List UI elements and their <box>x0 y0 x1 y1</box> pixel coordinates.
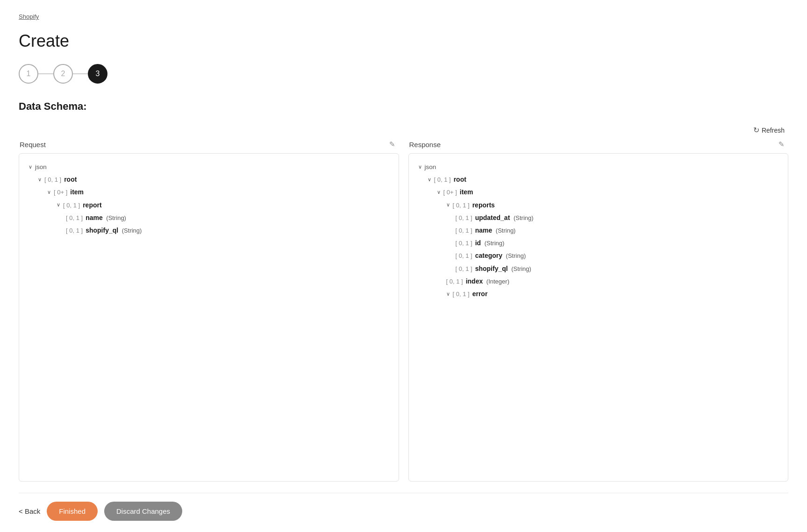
list-item: [ 0, 1 ] updated_at (String) <box>418 212 779 224</box>
tree-badge: [ 0+ ] <box>443 187 457 198</box>
response-panel-header: Response ✎ <box>408 139 789 149</box>
response-edit-icon: ✎ <box>778 140 785 148</box>
tree-badge: [ 0, 1 ] <box>66 225 83 236</box>
tree-type: (String) <box>105 213 126 223</box>
chevron-icon: ∨ <box>446 290 450 299</box>
list-item: ∨ [ 0+ ] item <box>418 186 779 199</box>
finished-label: Finished <box>59 507 86 515</box>
response-panel-label: Response <box>409 141 441 149</box>
step-connector-2 <box>73 73 88 74</box>
tree-name: reports <box>472 199 495 211</box>
step-1[interactable]: 1 <box>19 64 38 84</box>
list-item: ∨ [ 0, 1 ] reports <box>418 199 779 212</box>
request-tree: ∨ json ∨ [ 0, 1 ] root ∨ [ 0+ ] item <box>29 161 389 237</box>
tree-type: (String) <box>510 263 531 274</box>
request-panel-content: ∨ json ∨ [ 0, 1 ] root ∨ [ 0+ ] item <box>19 153 399 482</box>
stepper: 1 2 3 <box>19 64 788 84</box>
chevron-icon: ∨ <box>418 163 422 172</box>
back-button[interactable]: < Back <box>19 505 40 517</box>
tree-badge: [ 0, 1 ] <box>453 200 470 211</box>
chevron-icon: ∨ <box>437 188 441 197</box>
step-3[interactable]: 3 <box>88 64 107 84</box>
tree-badge: [ 0+ ] <box>54 187 67 198</box>
tree-badge: [ 0, 1 ] <box>63 200 80 211</box>
request-edit-icon: ✎ <box>389 140 395 148</box>
list-item: ∨ [ 0, 1 ] root <box>418 173 779 186</box>
list-item: [ 0, 1 ] shopify_ql (String) <box>29 224 389 237</box>
refresh-button[interactable]: ↻ Refresh <box>750 124 788 136</box>
chevron-icon: ∨ <box>38 175 42 184</box>
bottom-bar: < Back Finished Discard Changes <box>19 493 788 532</box>
request-panel-label: Request <box>20 141 46 149</box>
request-panel: Request ✎ ∨ json ∨ [ 0, 1 ] root <box>19 139 399 482</box>
step-connector-1 <box>38 73 53 74</box>
list-item: [ 0, 1 ] name (String) <box>29 212 389 224</box>
tree-badge: [ 0, 1 ] <box>456 263 472 274</box>
schema-panels: Request ✎ ∨ json ∨ [ 0, 1 ] root <box>19 139 788 482</box>
refresh-row: ↻ Refresh <box>19 124 788 136</box>
list-item: [ 0, 1 ] shopify_ql (String) <box>418 262 779 275</box>
finished-button[interactable]: Finished <box>47 502 98 521</box>
tree-badge: [ 0, 1 ] <box>446 276 463 287</box>
breadcrumb[interactable]: Shopify <box>19 13 788 20</box>
tree-name: index <box>466 276 483 287</box>
list-item: ∨ [ 0, 1 ] report <box>29 199 389 212</box>
tree-badge: [ 0, 1 ] <box>456 225 472 236</box>
tree-name: updated_at <box>475 212 510 224</box>
tree-name: shopify_ql <box>475 263 508 275</box>
chevron-icon: ∨ <box>446 200 450 210</box>
refresh-label: Refresh <box>762 127 785 134</box>
list-item: ∨ json <box>418 161 779 173</box>
page-title: Create <box>19 31 788 51</box>
section-title: Data Schema: <box>19 100 788 113</box>
chevron-icon: ∨ <box>428 175 431 184</box>
tree-badge: [ 0, 1 ] <box>66 213 83 223</box>
step-2[interactable]: 2 <box>53 64 73 84</box>
list-item: [ 0, 1 ] id (String) <box>418 237 779 249</box>
chevron-icon: ∨ <box>57 200 60 210</box>
tree-type: (Integer) <box>485 276 509 287</box>
tree-name: error <box>472 288 488 300</box>
tree-key: json <box>35 162 47 173</box>
back-label: < Back <box>19 507 40 515</box>
discard-label: Discard Changes <box>116 507 170 515</box>
request-panel-header: Request ✎ <box>19 139 399 149</box>
list-item: [ 0, 1 ] index (Integer) <box>418 275 779 288</box>
response-edit-button[interactable]: ✎ <box>776 139 787 149</box>
response-tree: ∨ json ∨ [ 0, 1 ] root ∨ [ 0+ ] item <box>418 161 779 300</box>
tree-badge: [ 0, 1 ] <box>434 174 451 185</box>
tree-name: item <box>460 186 473 198</box>
response-panel-content: ∨ json ∨ [ 0, 1 ] root ∨ [ 0+ ] item <box>408 153 789 482</box>
tree-type: (String) <box>483 238 504 248</box>
request-edit-button[interactable]: ✎ <box>386 139 398 149</box>
tree-badge: [ 0, 1 ] <box>453 289 470 299</box>
tree-badge: [ 0, 1 ] <box>456 213 472 223</box>
list-item: ∨ [ 0, 1 ] root <box>29 173 389 186</box>
list-item: [ 0, 1 ] category (String) <box>418 249 779 262</box>
tree-name: report <box>83 199 101 211</box>
tree-type: (String) <box>494 225 515 236</box>
tree-name: root <box>64 174 77 185</box>
tree-type: (String) <box>120 225 142 236</box>
page-wrapper: Shopify Create 1 2 3 Data Schema: ↻ Refr… <box>0 0 807 532</box>
tree-name: root <box>454 174 466 185</box>
tree-badge: [ 0, 1 ] <box>456 238 472 248</box>
chevron-icon: ∨ <box>29 163 32 172</box>
response-panel: Response ✎ ∨ json ∨ [ 0, 1 ] root <box>408 139 789 482</box>
tree-name: shopify_ql <box>86 225 118 236</box>
tree-type: (String) <box>504 250 526 261</box>
tree-name: name <box>86 212 103 224</box>
chevron-icon: ∨ <box>47 188 51 197</box>
tree-type: (String) <box>512 213 533 223</box>
refresh-icon: ↻ <box>753 126 759 135</box>
list-item: [ 0, 1 ] name (String) <box>418 224 779 237</box>
tree-name: item <box>70 186 84 198</box>
tree-badge: [ 0, 1 ] <box>456 250 472 261</box>
list-item: ∨ [ 0, 1 ] error <box>418 288 779 300</box>
tree-name: category <box>475 250 502 262</box>
discard-button[interactable]: Discard Changes <box>104 502 182 521</box>
list-item: ∨ [ 0+ ] item <box>29 186 389 199</box>
tree-name: name <box>475 225 493 236</box>
tree-name: id <box>475 237 481 249</box>
tree-badge: [ 0, 1 ] <box>44 174 61 185</box>
